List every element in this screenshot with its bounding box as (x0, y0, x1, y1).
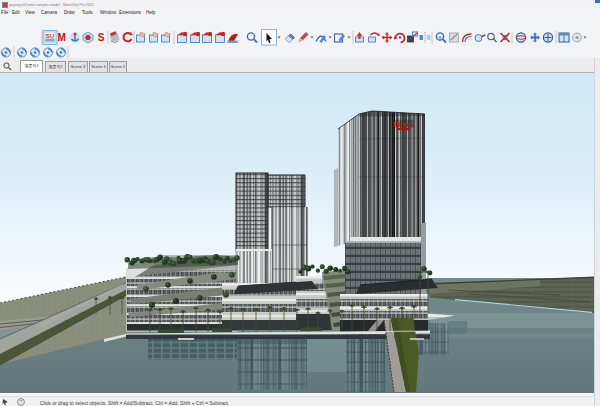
svg-text:Hilton: Hilton (393, 121, 413, 128)
svg-text:S: S (98, 32, 105, 43)
svg-text:M: M (58, 32, 66, 43)
svg-text:+: + (438, 34, 442, 40)
svg-text:SU: SU (46, 33, 54, 39)
svg-text:?: ? (20, 399, 23, 405)
